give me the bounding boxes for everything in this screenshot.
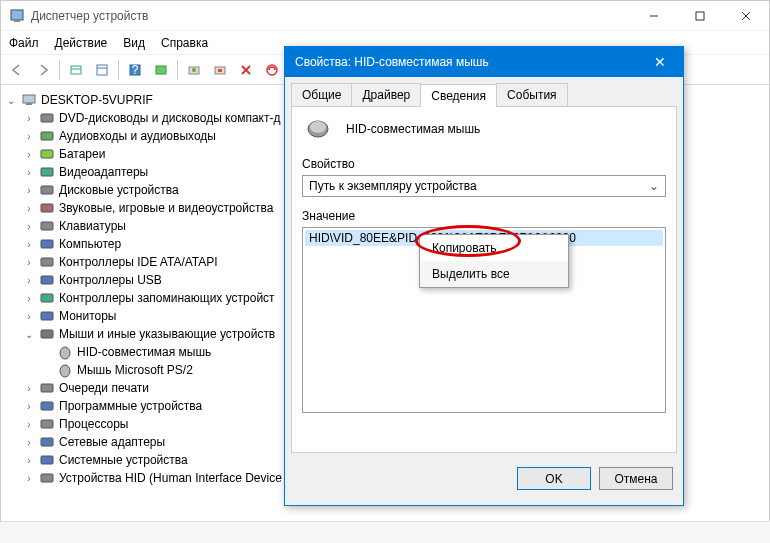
chevron-right-icon[interactable]: › — [23, 275, 35, 286]
window-controls — [631, 1, 769, 31]
show-hidden-button[interactable] — [64, 58, 88, 82]
chevron-right-icon[interactable]: › — [23, 437, 35, 448]
help-button[interactable]: ? — [123, 58, 147, 82]
chevron-right-icon[interactable]: › — [23, 419, 35, 430]
uninstall-button[interactable] — [208, 58, 232, 82]
device-header: HID-совместимая мышь — [302, 117, 666, 141]
context-menu: Копировать Выделить все — [419, 234, 569, 288]
category-icon — [39, 308, 55, 324]
tab-driver[interactable]: Драйвер — [351, 83, 421, 106]
mouse-icon — [57, 362, 73, 378]
chevron-down-icon[interactable]: ⌄ — [23, 329, 35, 340]
properties-button[interactable] — [90, 58, 114, 82]
category-icon — [39, 182, 55, 198]
scan-button[interactable] — [149, 58, 173, 82]
disable-button[interactable] — [234, 58, 258, 82]
enable-button[interactable] — [260, 58, 284, 82]
category-icon — [39, 236, 55, 252]
svg-rect-22 — [41, 114, 53, 122]
chevron-down-icon[interactable]: ⌄ — [5, 95, 17, 106]
svg-point-14 — [192, 68, 196, 72]
update-driver-button[interactable] — [182, 58, 206, 82]
svg-rect-40 — [41, 438, 53, 446]
category-icon — [39, 272, 55, 288]
chevron-right-icon[interactable]: › — [23, 293, 35, 304]
chevron-right-icon[interactable]: › — [23, 311, 35, 322]
value-label: Значение — [302, 209, 666, 223]
category-icon — [39, 146, 55, 162]
property-dropdown[interactable]: Путь к экземпляру устройства ⌄ — [302, 175, 666, 197]
menu-file[interactable]: Файл — [9, 36, 39, 50]
category-icon — [39, 128, 55, 144]
svg-rect-34 — [41, 330, 53, 338]
property-dropdown-value: Путь к экземпляру устройства — [309, 179, 477, 193]
category-icon — [39, 254, 55, 270]
maximize-button[interactable] — [677, 1, 723, 31]
chevron-right-icon[interactable]: › — [23, 221, 35, 232]
svg-rect-30 — [41, 258, 53, 266]
minimize-button[interactable] — [631, 1, 677, 31]
svg-rect-42 — [41, 474, 53, 482]
context-copy[interactable]: Копировать — [420, 235, 568, 261]
svg-rect-26 — [41, 186, 53, 194]
app-icon — [9, 8, 25, 24]
chevron-right-icon[interactable]: › — [23, 149, 35, 160]
mouse-icon — [302, 117, 334, 141]
svg-rect-38 — [41, 402, 53, 410]
category-icon — [39, 200, 55, 216]
back-button[interactable] — [5, 58, 29, 82]
menu-help[interactable]: Справка — [161, 36, 208, 50]
category-icon — [39, 218, 55, 234]
svg-rect-28 — [41, 222, 53, 230]
chevron-right-icon[interactable]: › — [23, 257, 35, 268]
close-button[interactable] — [723, 1, 769, 31]
window-title: Диспетчер устройств — [31, 9, 631, 23]
tab-general[interactable]: Общие — [291, 83, 352, 106]
chevron-right-icon[interactable]: › — [23, 473, 35, 484]
svg-rect-33 — [41, 312, 53, 320]
chevron-right-icon[interactable]: › — [23, 383, 35, 394]
tab-details[interactable]: Сведения — [420, 84, 497, 107]
svg-rect-31 — [41, 276, 53, 284]
svg-rect-6 — [71, 66, 81, 74]
value-listbox[interactable]: HID\VID_80EE&PID_0021\6&1E8DE507&0&0000 … — [302, 227, 666, 413]
svg-rect-8 — [97, 65, 107, 75]
tab-events[interactable]: События — [496, 83, 568, 106]
svg-rect-23 — [41, 132, 53, 140]
chevron-right-icon[interactable]: › — [23, 185, 35, 196]
category-icon — [39, 380, 55, 396]
svg-rect-41 — [41, 456, 53, 464]
svg-rect-1 — [14, 20, 20, 22]
titlebar: Диспетчер устройств — [1, 1, 769, 31]
category-icon — [39, 452, 55, 468]
category-icon — [39, 110, 55, 126]
chevron-right-icon[interactable]: › — [23, 239, 35, 250]
category-icon — [39, 164, 55, 180]
svg-rect-32 — [41, 294, 53, 302]
svg-rect-12 — [156, 66, 166, 74]
context-select-all[interactable]: Выделить все — [420, 261, 568, 287]
chevron-right-icon[interactable]: › — [23, 113, 35, 124]
svg-rect-21 — [26, 103, 32, 105]
chevron-right-icon[interactable]: › — [23, 131, 35, 142]
device-name: HID-совместимая мышь — [346, 122, 480, 136]
menu-view[interactable]: Вид — [123, 36, 145, 50]
cancel-button[interactable]: Отмена — [599, 467, 673, 490]
category-icon — [39, 290, 55, 306]
tab-content: HID-совместимая мышь Свойство Путь к экз… — [291, 107, 677, 453]
svg-rect-24 — [41, 150, 53, 158]
chevron-right-icon[interactable]: › — [23, 167, 35, 178]
chevron-down-icon: ⌄ — [649, 179, 659, 193]
chevron-right-icon[interactable]: › — [23, 203, 35, 214]
ok-button[interactable]: OK — [517, 467, 591, 490]
chevron-right-icon[interactable]: › — [23, 455, 35, 466]
category-icon — [39, 398, 55, 414]
dialog-close-button[interactable]: ✕ — [637, 47, 683, 77]
svg-rect-0 — [11, 10, 23, 20]
chevron-right-icon[interactable]: › — [23, 401, 35, 412]
forward-button[interactable] — [31, 58, 55, 82]
category-icon — [39, 416, 55, 432]
svg-rect-3 — [696, 12, 704, 20]
menu-action[interactable]: Действие — [55, 36, 108, 50]
svg-rect-37 — [41, 384, 53, 392]
